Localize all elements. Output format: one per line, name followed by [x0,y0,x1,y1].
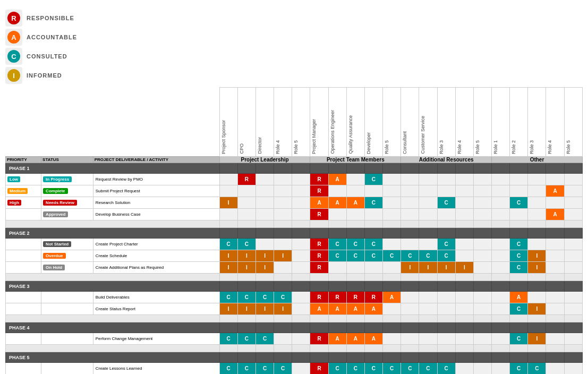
a-icon: A [7,31,20,44]
status-header-spacer [41,88,93,157]
legend: R RESPONSIBLE A ACCOUNTABLE C CONSULTED … [5,10,186,84]
legend-item-c: C CONSULTED [5,48,186,65]
group-project-team: Project Team Members [310,157,401,163]
col-role3-ar: Role 3 [437,88,455,157]
col-project-sponsor: Project Sponsor [219,88,237,157]
a-label: ACCOUNTABLE [27,34,77,40]
i-label: INFORMED [27,72,62,79]
legend-item-r: R RESPONSIBLE [5,10,186,27]
r-icon: R [7,12,20,24]
table-row: Perform Change ManagementCCCRAAACI [6,333,583,345]
col-role5-ot: Role 5 [564,88,582,157]
phase-row: PHASE 1 [6,163,583,174]
raci-matrix: Project Sponsor CPO Director Role 4 Role… [5,87,583,374]
table-row: ApprovedDevelop Business CaseRA [6,209,583,220]
col-role2-ot: Role 2 [510,88,528,157]
col-role4-ot: Role 4 [546,88,564,157]
c-label: CONSULTED [27,53,67,60]
i-icon: I [7,69,20,82]
col-role1-ot: Role 1 [492,88,510,157]
col-quality-assurance: Quality Assurance [346,88,364,157]
legend-item-a: A ACCOUNTABLE [5,29,186,46]
table-row: LowIn ProgressRequest Review by PMORRAC [6,174,583,185]
table-row: Create Status ReportIIIIAAAACI [6,303,583,315]
table-row: OverdueCreate ScheduleIIIIRCCCCCCCCI [6,250,583,262]
col-cpo: CPO [237,88,255,157]
col-director: Director [255,88,274,157]
col-project-manager: Project Manager [310,88,328,157]
phase-row: PHASE 4 [6,322,583,333]
col-role5-pl: Role 5 [292,88,310,157]
table-row: On HoldCreate Additional Plans as Requir… [6,262,583,274]
phase-row: PHASE 2 [6,228,583,239]
col-ops-engineer: Operations Engineer [328,88,346,157]
phase-row: PHASE 5 [6,352,583,363]
legend-item-i: I INFORMED [5,67,186,84]
empty-row [6,274,583,281]
group-project-leadership: Project Leadership [219,157,310,163]
table-row: Not StartedCreate Project CharterCCRCCCC… [6,239,583,250]
col-consultant: Consultant [401,88,419,157]
status-col-header: STATUS [41,157,93,163]
activity-col-header: PROJECT DELIVERABLE / ACTIVITY [93,157,219,163]
phase-row: PHASE 3 [6,281,583,292]
empty-row [6,315,583,322]
col-role5-ar: Role 5 [473,88,491,157]
empty-row [6,345,583,352]
empty-row [6,220,583,228]
col-customer-service: Customer Service [419,88,437,157]
col-role4-ar: Role 4 [455,88,473,157]
table-row: MediumCompleteSubmit Project RequestRA [6,185,583,197]
r-label: RESPONSIBLE [27,15,74,21]
table-row: Create Lessons LearnedCCCCRCCCCCCCCC [6,363,583,375]
col-role3-ot: Role 3 [528,88,546,157]
priority-header-spacer [6,88,41,157]
c-icon: C [7,50,20,63]
col-role4-pl: Role 4 [274,88,292,157]
group-additional-resources: Additional Resources [401,157,492,163]
group-headers-row: PRIORITY STATUS PROJECT DELIVERABLE / AC… [6,157,583,163]
activity-header-spacer [93,88,219,157]
table-row: HighNeeds ReviewResearch SolutionIAAACCC [6,197,583,209]
priority-col-header: PRIORITY [6,157,41,163]
col-role5-pt: Role 5 [383,88,401,157]
group-other: Other [492,157,583,163]
table-row: Build DeliverablesCCCCRRRRAA [6,292,583,303]
col-developer: Developer [364,88,382,157]
